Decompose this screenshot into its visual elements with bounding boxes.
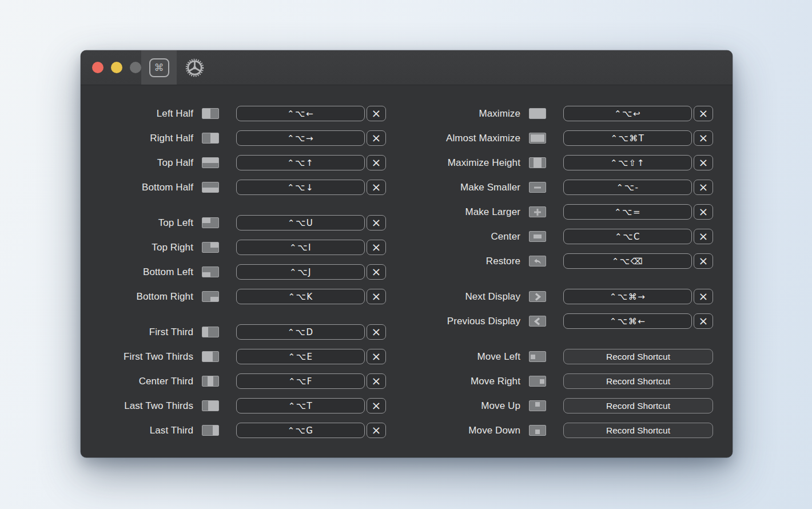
last-third-icon	[202, 425, 219, 436]
action-label: Right Half	[100, 133, 193, 144]
shortcut-field[interactable]: ⌃⌥F	[236, 373, 365, 389]
shortcut-field[interactable]: ⌃⌥E	[236, 349, 365, 364]
row-almost-maximize: Almost Maximize⌃⌥⌘T×	[427, 130, 713, 146]
row-first-two-thirds: First Two Thirds⌃⌥E×	[100, 348, 386, 365]
action-label: Move Down	[427, 425, 520, 436]
shortcut-field[interactable]: ⌃⌥-	[563, 180, 692, 195]
gear-icon	[185, 58, 205, 78]
clear-shortcut-button[interactable]: ×	[367, 289, 386, 304]
clear-shortcut-button[interactable]: ×	[694, 229, 713, 244]
shortcut-field[interactable]: ⌃⌥T	[236, 398, 365, 413]
clear-shortcut-button[interactable]: ×	[367, 423, 386, 438]
shortcut-field[interactable]: ⌃⌥←	[236, 106, 365, 121]
action-label: Last Third	[100, 425, 193, 436]
shortcut-field[interactable]: ⌃⌥U	[236, 215, 365, 230]
shortcut-area: ⌃⌥T×	[236, 398, 386, 413]
clear-shortcut-button[interactable]: ×	[367, 180, 386, 195]
clear-shortcut-button[interactable]: ×	[367, 398, 386, 413]
shortcut-field[interactable]: ⌃⌥J	[236, 264, 365, 280]
shortcut-field[interactable]: ⌃⌥⇧↑	[563, 155, 692, 170]
clear-shortcut-button[interactable]: ×	[694, 204, 713, 220]
make-larger-icon	[529, 206, 546, 217]
shortcut-area: ⌃⌥→×	[236, 130, 386, 146]
row-left-half: Left Half⌃⌥←×	[100, 105, 386, 122]
record-shortcut-button[interactable]: Record Shortcut	[563, 398, 713, 413]
shortcut-field[interactable]: ⌃⌥↩	[563, 106, 692, 121]
action-label: Left Half	[100, 108, 193, 120]
clear-shortcut-button[interactable]: ×	[694, 313, 713, 329]
clear-shortcut-button[interactable]: ×	[694, 253, 713, 269]
clear-shortcut-button[interactable]: ×	[367, 240, 386, 255]
shortcut-field[interactable]: ⌃⌥⌘T	[563, 130, 692, 146]
clear-shortcut-button[interactable]: ×	[694, 130, 713, 146]
row-move-left: Move LeftRecord Shortcut	[427, 348, 713, 365]
clear-shortcut-button[interactable]: ×	[367, 349, 386, 364]
top-left-icon	[202, 217, 219, 228]
move-right-icon	[529, 376, 546, 387]
clear-shortcut-button[interactable]: ×	[367, 324, 386, 340]
action-label: Move Left	[427, 351, 520, 363]
move-left-icon	[529, 351, 546, 362]
row-move-up: Move UpRecord Shortcut	[427, 397, 713, 414]
shortcut-area: ⌃⌥↓×	[236, 180, 386, 195]
shortcut-field[interactable]: ⌃⌥↑	[236, 155, 365, 170]
shortcut-area: ⌃⌥U×	[236, 215, 386, 230]
shortcut-area: ⌃⌥↑×	[236, 155, 386, 170]
shortcut-area: ⌃⌥↩×	[563, 106, 713, 121]
tab-shortcuts[interactable]: ⌘	[141, 50, 177, 85]
action-label: Bottom Right	[100, 291, 193, 303]
shortcut-area: ⌃⌥J×	[236, 264, 386, 280]
shortcut-field[interactable]: ⌃⌥D	[236, 324, 365, 340]
shortcut-area: ⌃⌥C×	[563, 229, 713, 244]
shortcut-area: ⌃⌥I×	[236, 240, 386, 255]
shortcut-area: ⌃⌥K×	[236, 289, 386, 304]
shortcut-group: Left Half⌃⌥←×Right Half⌃⌥→×Top Half⌃⌥↑×B…	[100, 105, 386, 196]
shortcut-area: ⌃⌥←×	[236, 106, 386, 121]
clear-shortcut-button[interactable]: ×	[367, 215, 386, 230]
tab-settings[interactable]	[177, 50, 212, 85]
row-maximize-height: Maximize Height⌃⌥⇧↑×	[427, 154, 713, 171]
shortcut-field[interactable]: ⌃⌥G	[236, 423, 365, 438]
maximize-icon	[529, 108, 546, 119]
clear-shortcut-button[interactable]: ×	[367, 130, 386, 146]
shortcut-field[interactable]: ⌃⌥⌘→	[563, 289, 692, 304]
clear-shortcut-button[interactable]: ×	[694, 180, 713, 195]
restore-icon	[529, 256, 546, 267]
row-right-half: Right Half⌃⌥→×	[100, 130, 386, 146]
shortcut-field[interactable]: ⌃⌥⌫	[563, 253, 692, 269]
shortcut-field[interactable]: ⌃⌥=	[563, 204, 692, 220]
almost-maximize-icon	[529, 133, 546, 144]
action-label: Maximize Height	[427, 157, 520, 169]
minimize-button[interactable]	[111, 62, 122, 73]
window-titlebar[interactable]: ⌘	[81, 50, 733, 85]
shortcut-field[interactable]: ⌃⌥C	[563, 229, 692, 244]
shortcut-field[interactable]: ⌃⌥→	[236, 130, 365, 146]
record-shortcut-button[interactable]: Record Shortcut	[563, 349, 713, 364]
record-shortcut-button[interactable]: Record Shortcut	[563, 423, 713, 438]
clear-shortcut-button[interactable]: ×	[694, 155, 713, 170]
command-key-icon: ⌘	[149, 58, 169, 77]
shortcut-field[interactable]: ⌃⌥K	[236, 289, 365, 304]
move-up-icon	[529, 400, 546, 411]
clear-shortcut-button[interactable]: ×	[367, 106, 386, 121]
shortcut-field[interactable]: ⌃⌥I	[236, 240, 365, 255]
shortcut-field[interactable]: ⌃⌥↓	[236, 180, 365, 195]
shortcut-area: ⌃⌥⌫×	[563, 253, 713, 269]
clear-shortcut-button[interactable]: ×	[694, 289, 713, 304]
command-glyph: ⌘	[154, 63, 164, 73]
bottom-half-icon	[202, 182, 219, 193]
action-label: Top Right	[100, 242, 193, 253]
shortcut-area: Record Shortcut	[563, 423, 713, 438]
close-button[interactable]	[92, 62, 104, 73]
clear-shortcut-button[interactable]: ×	[367, 155, 386, 170]
record-shortcut-button[interactable]: Record Shortcut	[563, 373, 713, 389]
zoom-button-disabled[interactable]	[130, 62, 141, 73]
clear-shortcut-button[interactable]: ×	[694, 106, 713, 121]
shortcut-field[interactable]: ⌃⌥⌘←	[563, 313, 692, 329]
clear-shortcut-button[interactable]: ×	[367, 373, 386, 389]
shortcut-area: ⌃⌥=×	[563, 204, 713, 220]
action-label: Previous Display	[427, 316, 520, 327]
row-center: Center⌃⌥C×	[427, 228, 713, 245]
clear-shortcut-button[interactable]: ×	[367, 264, 386, 280]
last-two-thirds-icon	[202, 400, 219, 411]
